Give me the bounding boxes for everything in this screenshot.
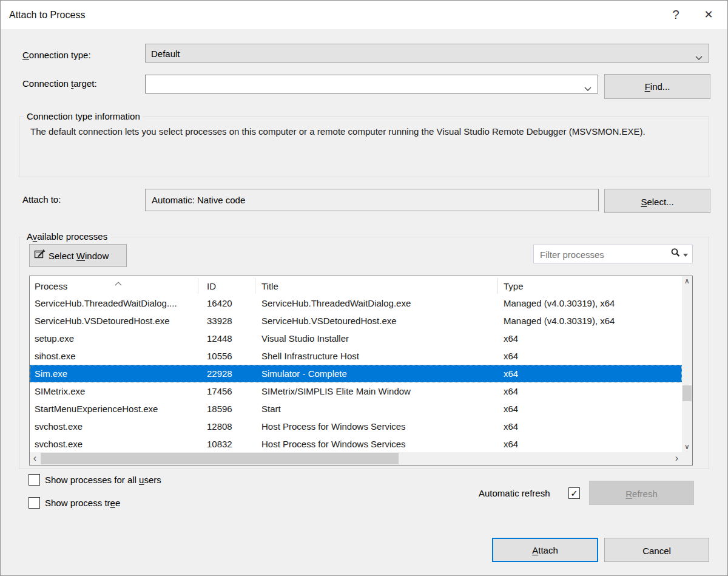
cell-id: 33928 — [207, 312, 255, 330]
table-row[interactable]: sihost.exe 10556 Shell Infrastructure Ho… — [30, 347, 682, 365]
vertical-scrollbar[interactable]: ∧ ∨ — [682, 276, 692, 452]
cell-id: 17456 — [207, 382, 255, 400]
chevron-down-icon — [695, 52, 703, 62]
cell-process: svchost.exe — [35, 435, 197, 453]
cancel-button[interactable]: Cancel — [604, 538, 709, 562]
cell-type: x64 — [504, 418, 686, 435]
scrollbar-corner — [682, 452, 692, 465]
cell-type: Managed (v4.0.30319), x64 — [504, 312, 686, 330]
cell-title: Visual Studio Installer — [261, 330, 499, 347]
automatic-refresh-label: Automatic refresh — [479, 487, 550, 500]
available-processes-title: Available processes — [24, 231, 110, 243]
cell-title: ServiceHub.ThreadedWaitDialog.exe — [261, 294, 499, 312]
connection-type-label: Connection type: — [22, 49, 91, 62]
cell-title: ServiceHub.VSDetouredHost.exe — [261, 312, 499, 330]
cell-process: SIMetrix.exe — [35, 382, 197, 400]
scroll-left-icon[interactable]: ‹ — [30, 452, 40, 465]
connection-type-value: Default — [151, 44, 180, 62]
vertical-scrollbar-thumb[interactable] — [682, 385, 692, 401]
scroll-down-icon[interactable]: ∨ — [682, 442, 692, 452]
table-row[interactable]: svchost.exe 12808 Host Process for Windo… — [30, 418, 682, 435]
select-window-icon — [34, 249, 49, 262]
connection-type-info-text: The default connection lets you select p… — [30, 123, 682, 140]
cell-process: svchost.exe — [35, 418, 197, 435]
available-processes-group: Available processes Select Window — [19, 237, 709, 469]
cell-title: Host Process for Windows Services — [261, 435, 499, 453]
column-separator[interactable] — [497, 278, 498, 294]
cell-process: StartMenuExperienceHost.exe — [35, 400, 197, 418]
chevron-down-icon[interactable] — [584, 83, 592, 93]
table-row[interactable]: SIMetrix.exe 17456 SIMetrix/SIMPLIS Elit… — [30, 382, 682, 400]
search-icon[interactable] — [670, 248, 681, 260]
table-row[interactable]: setup.exe 12448 Visual Studio Installer … — [30, 330, 682, 347]
cell-type: x64 — [504, 382, 686, 400]
connection-target-combobox[interactable] — [145, 75, 598, 93]
automatic-refresh-checkbox[interactable]: ✓ — [568, 487, 580, 499]
cell-type: Managed (v4.0.30319), x64 — [504, 294, 686, 312]
cell-id: 18596 — [207, 400, 255, 418]
cell-title: Host Process for Windows Services — [261, 418, 499, 435]
attach-button[interactable]: Attach — [492, 538, 598, 562]
column-header-title[interactable]: Title — [261, 276, 492, 294]
scroll-up-icon[interactable]: ∧ — [682, 276, 692, 286]
connection-type-info-group: Connection type information The default … — [19, 117, 709, 177]
column-separator[interactable] — [255, 278, 255, 294]
horizontal-scrollbar[interactable]: ‹ › — [30, 452, 682, 465]
attach-to-field[interactable]: Automatic: Native code — [145, 189, 599, 211]
cell-process: sihost.exe — [35, 347, 197, 365]
table-row[interactable]: ServiceHub.ThreadedWaitDialog.... 16420 … — [30, 294, 682, 312]
attach-to-label: Attach to: — [22, 193, 61, 206]
cell-type: x64 — [504, 400, 686, 418]
cell-id: 12808 — [207, 418, 255, 435]
cell-process: setup.exe — [35, 330, 197, 347]
cell-id: 22928 — [207, 365, 255, 382]
connection-type-info-title: Connection type information — [24, 110, 143, 123]
column-header-process[interactable]: Process — [35, 276, 192, 294]
cell-title: Shell Infrastructure Host — [261, 347, 499, 365]
scroll-right-icon[interactable]: › — [672, 452, 682, 465]
attach-to-process-dialog: Attach to Process ? ✕ Connection type: D… — [0, 0, 728, 576]
show-process-tree-label: Show process tree — [45, 497, 120, 509]
connection-type-dropdown[interactable]: Default — [145, 44, 709, 63]
cell-title: SIMetrix/SIMPLIS Elite Main Window — [261, 382, 499, 400]
cell-id: 10556 — [207, 347, 255, 365]
select-button[interactable]: Select... — [604, 189, 710, 213]
horizontal-scrollbar-thumb[interactable] — [41, 453, 399, 464]
cell-process: ServiceHub.ThreadedWaitDialog.... — [35, 294, 197, 312]
column-header-id[interactable]: ID — [207, 276, 249, 294]
table-row-selected[interactable]: Sim.exe 22928 Simulator - Complete x64 — [30, 365, 682, 382]
cell-type: x64 — [504, 435, 686, 453]
cell-type: x64 — [504, 347, 686, 365]
table-row[interactable]: svchost.exe 10832 Host Process for Windo… — [30, 435, 682, 453]
help-icon[interactable]: ? — [666, 1, 686, 29]
cell-type: x64 — [504, 365, 686, 382]
filter-dropdown-icon[interactable] — [683, 249, 689, 259]
show-process-tree-checkbox[interactable] — [29, 497, 40, 509]
filter-processes-input[interactable] — [539, 246, 656, 263]
show-all-users-label: Show processes for all users — [45, 474, 161, 486]
select-window-button[interactable]: Select Window — [29, 244, 127, 267]
close-icon[interactable]: ✕ — [698, 1, 719, 29]
show-all-users-checkbox[interactable] — [29, 474, 40, 486]
cell-type: x64 — [504, 330, 686, 347]
process-list: Process ID Title Type ServiceHub.Threade… — [29, 276, 693, 466]
find-button[interactable]: Find... — [604, 74, 710, 99]
check-icon: ✓ — [570, 488, 578, 498]
titlebar: Attach to Process ? ✕ — [1, 1, 727, 29]
column-separator[interactable] — [198, 278, 198, 294]
cell-id: 10832 — [207, 435, 255, 453]
table-row[interactable]: ServiceHub.VSDetouredHost.exe 33928 Serv… — [30, 312, 682, 330]
cell-id: 16420 — [207, 294, 255, 312]
refresh-button[interactable]: Refresh — [589, 481, 694, 505]
connection-target-label: Connection target: — [22, 77, 97, 90]
process-list-header: Process ID Title Type — [30, 276, 682, 294]
cell-title: Start — [261, 400, 499, 418]
dialog-title: Attach to Process — [9, 1, 85, 29]
cell-process: Sim.exe — [35, 365, 197, 382]
table-row[interactable]: StartMenuExperienceHost.exe 18596 Start … — [30, 400, 682, 418]
column-header-type[interactable]: Type — [504, 276, 679, 294]
filter-processes-box — [533, 245, 693, 263]
cell-title: Simulator - Complete — [261, 365, 499, 382]
select-window-label: Select Window — [49, 251, 109, 261]
attach-to-value: Automatic: Native code — [152, 189, 245, 211]
